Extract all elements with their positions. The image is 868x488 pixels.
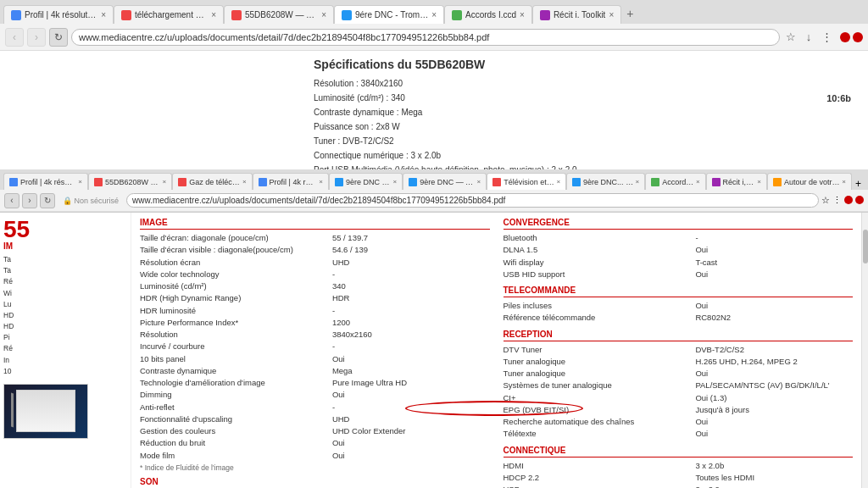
spec-val: 340 <box>332 280 490 292</box>
luminosite-value: 340 <box>391 93 405 103</box>
puissance-label: Puissance son : <box>314 122 374 131</box>
sec-tab-1[interactable]: Profil | 4k résoiuti... — Pu × <box>3 173 88 190</box>
tab-6[interactable]: Récit i. Toolkit × <box>532 5 621 24</box>
sec-tab-fav-5 <box>335 178 343 186</box>
spec-val: Oui <box>695 416 853 428</box>
back-button[interactable]: ‹ <box>5 28 24 47</box>
spec-row-taille-visible: Taille d'écran visible : diagonale(pouce… <box>140 244 490 256</box>
address-bar[interactable]: www.mediacentre.cz/u/uploads/documents/d… <box>71 29 780 46</box>
sec-tab-10[interactable]: Récit i, Toolkit × <box>706 173 767 190</box>
sec-bookmark-icon[interactable]: ☆ <box>821 195 830 206</box>
sec-tab-close-5[interactable]: × <box>393 178 398 186</box>
contraste-value: Mega <box>401 108 422 117</box>
tab-close-2[interactable]: × <box>211 10 216 19</box>
spec-val: RC802N2 <box>695 312 853 324</box>
sec-tab-close-6[interactable]: × <box>477 178 481 186</box>
spec-lbl: Wide color technology <box>140 269 332 280</box>
sec-tab-close-4[interactable]: × <box>319 178 323 186</box>
sec-tab-3[interactable]: Gaz de télécharger... × <box>172 173 252 190</box>
spec-lbl: USB <box>504 484 696 488</box>
tab-close-3[interactable]: × <box>321 10 326 19</box>
spec-val: - <box>332 402 490 413</box>
sec-tab-close-7[interactable]: × <box>556 178 560 186</box>
menu-icon[interactable]: ⋮ <box>819 30 834 45</box>
spec-row-ci: CI+ Oui (1.3) <box>504 392 854 404</box>
spec-lbl: Fonctionnalité d'upscaling <box>140 413 332 425</box>
sec-tab-2[interactable]: 55DB6208W — Télé... × <box>88 173 172 190</box>
tab-4[interactable]: 9ére DNC - Trome... × <box>334 5 444 24</box>
sec-tab-lbl-4: Profil | 4k résoluiti... <box>270 178 318 186</box>
connectique-header: CONNECTIQUE <box>504 446 854 458</box>
spec-val: Oui <box>695 428 853 440</box>
secondary-tab-bar: Profil | 4k résoiuti... — Pu × 55DB6208W… <box>0 169 868 190</box>
basic-specs: Résolution : 3840x2160 Luminosité (cd/m²… <box>314 76 858 169</box>
tab-favicon-6 <box>540 10 550 20</box>
spec-lbl: Anti-reflet <box>140 402 332 413</box>
spec-lbl: EPG (DVB EIT/SI) <box>504 404 696 416</box>
tab-label-1: Profil | 4k résolution... — Pu <box>25 10 97 19</box>
scrollbar-thumb[interactable] <box>863 230 868 263</box>
sec-tab-close-11[interactable]: × <box>842 178 846 186</box>
spec-row-ref-telecom: Référence télécommande RC802N2 <box>504 312 854 324</box>
spec-val: 1200 <box>332 317 490 329</box>
spec-row-taille-ecran: Taille d'écran: diagonale (pouce/cm) 55 … <box>140 232 490 244</box>
tab-1[interactable]: Profil | 4k résolution... — Pu × <box>3 5 114 24</box>
spec-lbl: Résolution écran <box>140 257 332 269</box>
sec-tab-fav-9 <box>651 178 659 186</box>
sec-new-tab-button[interactable]: + <box>852 178 865 190</box>
forward-button[interactable]: › <box>27 28 46 47</box>
tab-close-5[interactable]: × <box>520 10 525 19</box>
spec-lbl: Gestion des couleurs <box>140 425 332 437</box>
tab-5[interactable]: Accords I.ccd × <box>444 5 532 24</box>
scrollbar[interactable] <box>861 213 868 488</box>
sec-forward-button[interactable]: › <box>22 193 37 208</box>
tab-label-6: Récit i. Toolkit <box>554 10 606 19</box>
bookmark-icon[interactable]: ☆ <box>783 30 798 45</box>
spec-val: HDR <box>332 292 490 304</box>
doc-top-area: Spécifications du 55DB620BW Résolution :… <box>0 51 868 169</box>
sec-tab-fav-2 <box>94 178 103 186</box>
spec-lbl: Contraste dynamique <box>140 365 332 377</box>
sec-refresh-button[interactable]: ↻ <box>40 193 55 208</box>
sec-tab-fav-4 <box>259 178 267 186</box>
spec-row-reduction: Réduction du bruit Oui <box>140 437 490 449</box>
sec-address-bar[interactable]: www.mediacentre.cz/u/uploads/documents/d… <box>126 193 819 208</box>
sec-tab-7[interactable]: Télévision et écran... × <box>487 173 566 190</box>
tab-3[interactable]: 55DB6208W — Télé... × <box>224 5 334 24</box>
sec-tab-6[interactable]: 9ère DNC — Tromer... × <box>403 173 487 190</box>
sec-tab-4[interactable]: Profil | 4k résoluiti... × <box>253 173 329 190</box>
browser-icons: ☆ ↓ ⋮ <box>783 30 863 45</box>
sec-tab-9[interactable]: Accords I.ccd × <box>645 173 705 190</box>
sec-menu-icon[interactable]: ⋮ <box>832 195 842 206</box>
tab-2[interactable]: téléchargement gratu × <box>114 5 224 24</box>
sec-tab-close-1[interactable]: × <box>78 178 82 186</box>
lp-row-10: In <box>3 355 127 366</box>
spec-row-contraste: Contraste dynamique Mega <box>140 365 490 377</box>
sec-back-button[interactable]: ‹ <box>4 193 19 208</box>
sec-tab-close-9[interactable]: × <box>696 178 700 186</box>
sec-tab-close-8[interactable]: × <box>636 178 640 186</box>
page: Profil | 4k résolution... — Pu × télécha… <box>0 0 868 488</box>
sec-tab-close-3[interactable]: × <box>242 178 247 186</box>
sec-tab-close-2[interactable]: × <box>163 178 167 186</box>
spec-row-hdcp: HDCP 2.2 Toutes les HDMI <box>504 472 854 484</box>
download-icon[interactable]: ↓ <box>801 30 816 45</box>
spec-val: Mega <box>332 365 490 377</box>
sec-tab-fav-10 <box>712 178 721 186</box>
refresh-button[interactable]: ↻ <box>49 28 68 47</box>
spec-val: UHD Color Extender <box>332 425 490 437</box>
tab-favicon-3 <box>231 10 242 20</box>
sec-tab-close-10[interactable]: × <box>757 178 761 186</box>
tab-close-6[interactable]: × <box>609 10 614 19</box>
sec-tab-fav-1 <box>9 178 18 186</box>
spec-row-dlna: DLNA 1.5 Oui <box>504 244 854 256</box>
sec-tab-11[interactable]: Autour de votre image — Lauren... × <box>767 173 852 190</box>
tab-close-1[interactable]: × <box>101 10 106 19</box>
sec-tab-5[interactable]: 9ère DNC — Tro... × <box>329 173 403 190</box>
tab-close-4[interactable]: × <box>431 10 437 19</box>
top-tab-bar: Profil | 4k résolution... — Pu × télécha… <box>0 0 868 24</box>
tab-favicon-5 <box>452 10 462 20</box>
sec-tab-8[interactable]: 9ère DNC... — Tro... × <box>566 173 645 190</box>
lp-row-2: Ta <box>3 265 127 276</box>
new-tab-button[interactable]: + <box>621 5 638 22</box>
